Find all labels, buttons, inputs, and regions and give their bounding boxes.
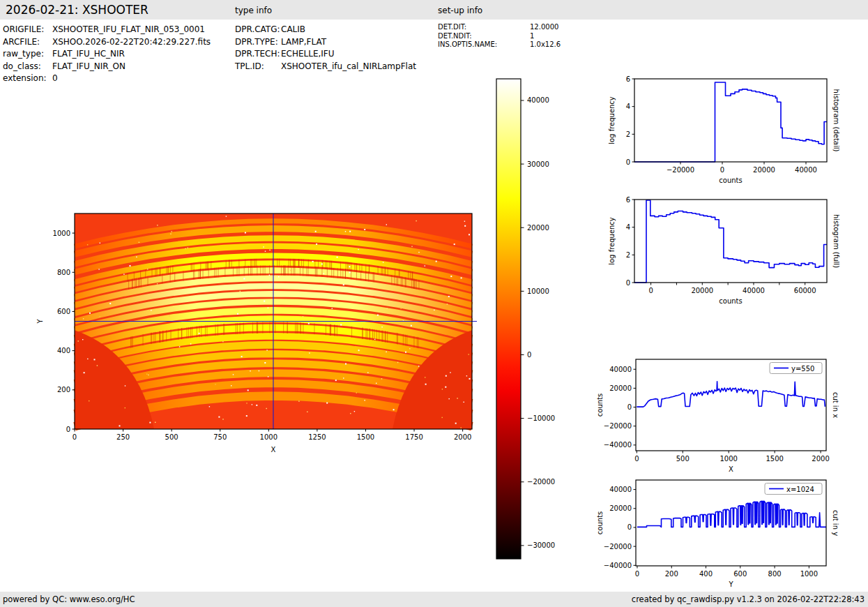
speckle	[411, 325, 412, 327]
speckle	[188, 248, 188, 248]
speckle	[263, 246, 264, 247]
speckle	[393, 409, 395, 410]
speckle	[449, 398, 450, 399]
speckle	[442, 389, 443, 389]
speckle	[89, 313, 91, 314]
speckle	[328, 327, 328, 328]
info-value: XSHOOTER_IFU_FLAT_NIR_053_0001	[52, 24, 205, 34]
y-axis-label: Y	[36, 319, 44, 324]
y-tick-label: 4	[626, 223, 630, 231]
speckle	[83, 318, 84, 319]
speckle	[461, 277, 462, 278]
x-tick-label: 1250	[308, 433, 326, 441]
speckle	[146, 374, 147, 375]
speckle	[345, 231, 346, 232]
speckle	[307, 412, 307, 412]
x-axis-label: counts	[719, 297, 742, 305]
colorbar: 400003000020000100000−10000−20000−30000	[496, 79, 521, 559]
y-tick-label: 20000	[609, 504, 632, 512]
colorbar-tick-label: −10000	[527, 414, 555, 422]
speckle	[78, 340, 79, 341]
footer-right-text: created by qc_rawdisp.py v1.2.3 on 2026-…	[632, 592, 865, 607]
x-tick-label: 750	[213, 433, 227, 441]
axes-frame	[634, 200, 827, 283]
colorbar-tick-label: 40000	[527, 96, 549, 104]
y-tick-label: 0	[627, 523, 632, 531]
speckle	[358, 350, 360, 351]
speckle	[119, 425, 121, 426]
axes-frame	[634, 79, 827, 162]
info-label: TPL.ID:	[235, 61, 281, 73]
setup-info-block: DET.DIT:12.0000 DET.NDIT:1 INS.OPTI5.NAM…	[438, 23, 561, 50]
speckle	[303, 316, 303, 317]
speckle	[89, 400, 89, 401]
speckle	[87, 244, 88, 245]
speckle	[218, 417, 220, 418]
speckle	[220, 323, 221, 324]
page-title: 2026-02-21: XSHOOTER	[6, 0, 149, 20]
info-row: ORIGFILE:XSHOOTER_IFU_FLAT_NIR_053_0001	[3, 24, 211, 36]
x-axis-label: X	[729, 465, 733, 473]
x-tick-label: 600	[733, 570, 747, 578]
x-tick-label: 20000	[691, 287, 713, 294]
speckle	[469, 378, 471, 380]
speckle	[376, 383, 376, 384]
info-row: do_class:FLAT_IFU_NIR_ON	[3, 61, 211, 73]
info-value: FLAT_IFU_NIR_ON	[52, 61, 125, 71]
speckle	[425, 377, 425, 377]
speckle	[264, 362, 266, 364]
right-axis-label: cut in y	[832, 510, 839, 536]
histogram-full-plot: 02000040000600000246countslog frequencyh…	[634, 200, 827, 283]
speckle	[335, 380, 337, 381]
speckle	[172, 231, 172, 232]
speckle	[457, 398, 457, 398]
x-tick-label: 0	[648, 287, 653, 294]
speckle	[308, 323, 310, 324]
y-axis-label: log frequency	[608, 217, 616, 265]
main-image-plot: 0250500750100012501500175020000200400600…	[75, 213, 472, 429]
speckle	[469, 354, 469, 354]
speckle	[151, 310, 151, 310]
speckle	[418, 252, 419, 253]
speckle	[356, 392, 357, 393]
right-axis-label: histogram (full)	[832, 214, 840, 268]
speckle	[185, 248, 185, 249]
speckle	[82, 339, 83, 340]
y-tick-label: 0	[627, 403, 632, 411]
cut_y-canvas: 02004006008001000−40000−2000002000040000…	[636, 480, 826, 566]
speckle	[340, 324, 342, 326]
speckle	[323, 273, 324, 274]
info-value: XSHOO.2026-02-22T20:42:29.227.fits	[52, 37, 211, 47]
speckle	[215, 384, 215, 384]
speckle	[349, 231, 351, 232]
speckle	[226, 216, 227, 216]
speckle	[157, 283, 158, 284]
y-tick-label: −20000	[604, 543, 632, 550]
info-value: FLAT_IFU_HC_NIR	[52, 49, 125, 59]
x-tick-label: 40000	[795, 166, 817, 174]
y-tick-label: 1000	[53, 230, 70, 237]
speckle	[246, 415, 248, 417]
speckle	[136, 257, 137, 257]
y-tick-label: 0	[626, 279, 630, 287]
speckle	[241, 356, 243, 357]
speckle	[343, 377, 344, 378]
header-band: 2026-02-21: XSHOOTER type info set-up in…	[0, 0, 868, 20]
x-tick-label: 1500	[357, 433, 374, 441]
y-tick-label: 6	[626, 196, 630, 204]
main-image-canvas: 0250500750100012501500175020000200400600…	[75, 213, 472, 429]
colorbar-canvas: 400003000020000100000−10000−20000−30000	[496, 79, 521, 559]
info-label: ARCFILE:	[3, 36, 52, 49]
y-tick-label: −40000	[604, 562, 632, 569]
speckle	[383, 262, 383, 262]
info-value: 1	[530, 32, 534, 40]
speckle	[170, 234, 171, 234]
y-tick-label: 40000	[609, 486, 632, 493]
info-label: DPR.TECH:	[235, 48, 281, 61]
x-tick-label: 200	[665, 570, 678, 578]
x-tick-label: 0	[634, 455, 639, 463]
info-row: TPL.ID:XSHOOTER_ifu_cal_NIRLampFlat	[235, 61, 416, 73]
speckle	[367, 372, 368, 373]
speckle	[315, 231, 317, 232]
x-tick-label: 2000	[454, 433, 471, 441]
